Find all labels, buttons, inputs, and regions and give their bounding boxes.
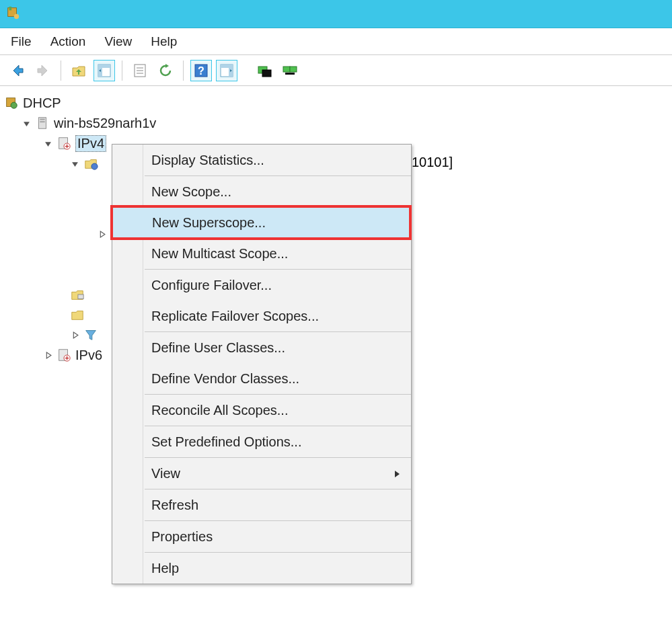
cm-set-predefined-options[interactable]: Set Predefined Options... — [112, 426, 411, 457]
client-area: DHCP win-bs529narh1v IPv4 — [0, 86, 672, 630]
svg-rect-13 — [221, 65, 233, 68]
tree-ipv4-label: IPv4 — [75, 135, 106, 152]
cm-replicate-failover[interactable]: Replicate Failover Scopes... — [112, 301, 411, 331]
app-icon — [5, 5, 20, 23]
cm-view-submenu[interactable]: View — [112, 458, 411, 489]
svg-rect-23 — [40, 119, 44, 120]
toolbar: ? — [0, 55, 672, 86]
ipv4-icon — [57, 136, 71, 151]
manage-authorized-servers-icon[interactable] — [254, 60, 275, 81]
filter-icon — [83, 327, 98, 342]
cm-new-superscope[interactable]: New Superscope... — [112, 207, 411, 238]
tree-root-dhcp[interactable]: DHCP — [4, 93, 668, 113]
dhcp-icon — [4, 95, 19, 110]
expander-closed-icon[interactable] — [43, 350, 52, 360]
svg-point-27 — [91, 163, 98, 169]
context-menu: Display Statistics... New Scope... New S… — [112, 144, 412, 584]
svg-rect-5 — [98, 68, 102, 77]
svg-rect-24 — [40, 121, 44, 122]
cm-define-user-classes[interactable]: Define User Classes... — [112, 332, 411, 363]
cm-define-vendor-classes[interactable]: Define Vendor Classes... — [112, 363, 411, 394]
submenu-arrow-icon — [394, 466, 400, 481]
cm-refresh[interactable]: Refresh — [112, 489, 411, 520]
cm-display-statistics[interactable]: Display Statistics... — [112, 145, 411, 175]
svg-rect-16 — [262, 70, 271, 77]
expander-open-icon[interactable] — [22, 118, 31, 128]
expander-open-icon[interactable] — [43, 139, 52, 148]
cm-new-multicast-scope[interactable]: New Multicast Scope... — [112, 238, 411, 269]
svg-rect-17 — [283, 67, 290, 72]
server-options-icon — [70, 287, 85, 302]
up-folder-button[interactable] — [68, 60, 89, 81]
svg-rect-14 — [229, 68, 233, 77]
expander-closed-icon[interactable] — [70, 330, 79, 340]
svg-text:?: ? — [198, 65, 204, 77]
back-button[interactable] — [7, 60, 28, 81]
show-hide-action-pane-button[interactable] — [216, 60, 237, 81]
scope-folder-icon — [83, 156, 98, 171]
menu-file[interactable]: File — [11, 34, 32, 49]
svg-point-21 — [11, 102, 17, 108]
refresh-button[interactable] — [155, 60, 176, 81]
menu-view[interactable]: View — [104, 34, 132, 49]
tree-server-label: win-bs529narh1v — [54, 116, 156, 131]
titlebar — [0, 0, 672, 28]
svg-rect-28 — [78, 294, 83, 299]
svg-rect-1 — [9, 6, 12, 10]
ipv6-icon — [57, 348, 71, 362]
cm-new-scope[interactable]: New Scope... — [112, 176, 411, 207]
tree-server[interactable]: win-bs529narh1v — [4, 113, 668, 133]
scope-name-fragment: 10101] — [412, 155, 453, 170]
add-server-icon[interactable] — [279, 60, 301, 81]
properties-button[interactable] — [129, 60, 151, 81]
cm-help[interactable]: Help — [112, 553, 411, 584]
svg-rect-4 — [98, 65, 110, 68]
menu-help[interactable]: Help — [151, 34, 177, 49]
show-hide-tree-button[interactable] — [94, 60, 115, 81]
tree-root-label: DHCP — [23, 95, 61, 111]
svg-point-2 — [14, 13, 19, 18]
svg-rect-19 — [285, 73, 295, 75]
cm-reconcile-all-scopes[interactable]: Reconcile All Scopes... — [112, 395, 411, 426]
server-icon — [35, 116, 50, 130]
help-button[interactable]: ? — [190, 60, 212, 81]
cm-configure-failover[interactable]: Configure Failover... — [112, 270, 411, 301]
svg-rect-18 — [290, 67, 297, 72]
expander-closed-icon[interactable] — [97, 229, 106, 239]
expander-open-icon[interactable] — [70, 159, 79, 168]
tree-ipv6-label: IPv6 — [75, 348, 102, 363]
policies-folder-icon — [70, 307, 85, 322]
forward-button — [32, 60, 54, 81]
menu-action[interactable]: Action — [50, 34, 86, 49]
cm-properties[interactable]: Properties — [112, 521, 411, 552]
menubar: File Action View Help — [0, 28, 672, 55]
